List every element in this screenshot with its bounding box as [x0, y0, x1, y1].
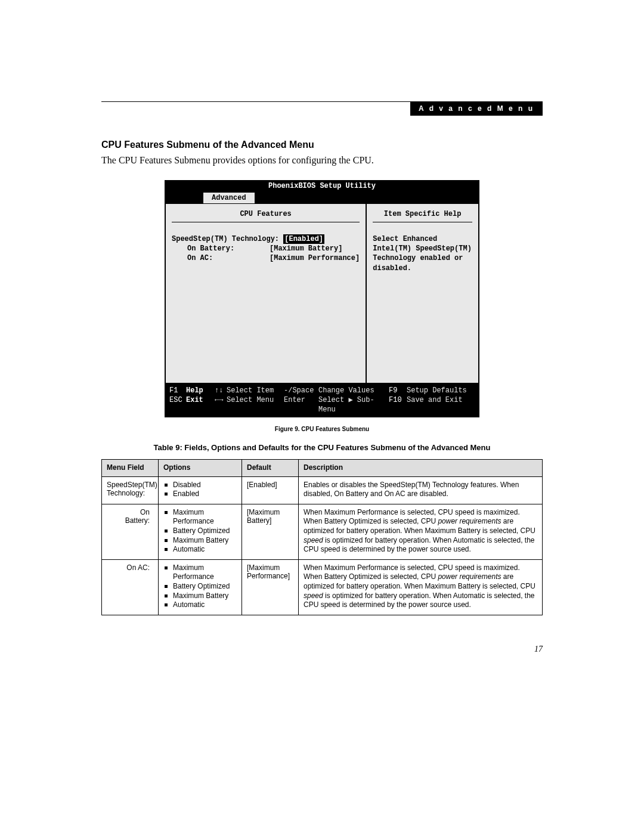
bios-action-save: Save and Exit [407, 395, 463, 414]
bios-action-select-item: Select Item [227, 386, 284, 395]
cell-menu-field: On Battery: [102, 504, 159, 559]
bios-left-panel: CPU Features SpeedStep(TM) Technology: [… [166, 204, 367, 383]
list-item: Maximum Battery [165, 592, 237, 601]
bios-action-change: Change Values [318, 386, 389, 395]
bios-key-f10: F10 [389, 395, 407, 414]
list-item: Maximum Battery [165, 536, 237, 546]
bios-help-line: Technology enabled or [373, 253, 472, 263]
bios-key-help: Help [186, 386, 215, 395]
list-item: Automatic [165, 545, 237, 555]
list-item: Disabled [165, 481, 237, 490]
options-table: Menu Field Options Default Description S… [101, 459, 543, 615]
cell-menu-field: On AC: [102, 559, 159, 615]
bios-opt-speedstep-value[interactable]: [Enabled] [283, 234, 324, 244]
cell-options: DisabledEnabled [159, 476, 242, 504]
figure-caption: Figure 9. CPU Features Submenu [101, 426, 543, 432]
bios-key-space: -/Space [284, 386, 318, 395]
bios-screenshot: PhoenixBIOS Setup Utility Advanced CPU F… [165, 180, 479, 417]
th-menu-field: Menu Field [102, 459, 159, 476]
bios-key-f9: F9 [389, 386, 407, 395]
list-item: Maximum Performance [165, 563, 237, 582]
bios-key-f1: F1 [169, 386, 186, 395]
list-item: Battery Optimized [165, 582, 237, 592]
bios-key-enter: Enter [284, 395, 318, 414]
bios-help-line: Intel(TM) SpeedStep(TM) [373, 244, 472, 253]
bios-right-title: Item Specific Help [373, 208, 472, 222]
bios-key-esc: ESC [169, 395, 186, 414]
bios-help-line: Select Enhanced [373, 234, 472, 244]
th-description: Description [299, 459, 543, 476]
bios-opt-onac-value[interactable]: [Maximum Performance] [270, 253, 360, 263]
bios-left-title: CPU Features [172, 208, 360, 222]
page-number: 17 [534, 645, 543, 654]
bios-right-panel: Item Specific Help Select Enhanced Intel… [367, 204, 478, 383]
bios-help-text: Select Enhanced Intel(TM) SpeedStep(TM) … [373, 222, 472, 273]
bios-action-submenu: Select ▶ Sub-Menu [318, 395, 389, 414]
bios-menu-bar: Advanced [165, 192, 479, 204]
table-caption: Table 9: Fields, Options and Defaults fo… [101, 443, 543, 452]
table-row: SpeedStep(TM) Technology:DisabledEnabled… [102, 476, 543, 504]
cell-description: When Maximum Performance is selected, CP… [299, 504, 543, 559]
bios-tab-advanced[interactable]: Advanced [203, 192, 255, 204]
bios-opt-onbattery-value[interactable]: [Maximum Battery] [270, 244, 342, 253]
table-row: On AC:Maximum PerformanceBattery Optimiz… [102, 559, 543, 615]
section-intro: The CPU Features Submenu provides option… [101, 155, 543, 166]
th-default: Default [242, 459, 299, 476]
cell-menu-field: SpeedStep(TM) Technology: [102, 476, 159, 504]
list-item: Automatic [165, 600, 237, 610]
bios-opt-onac-label: On AC: [187, 253, 270, 263]
breadcrumb: A d v a n c e d M e n u [410, 102, 543, 116]
cell-options: Maximum PerformanceBattery OptimizedMaxi… [159, 559, 242, 615]
arrow-leftright-icon: ←→ [215, 395, 227, 414]
table-row: On Battery:Maximum PerformanceBattery Op… [102, 504, 543, 559]
list-item: Battery Optimized [165, 527, 237, 536]
cell-default: [Enabled] [242, 476, 299, 504]
bios-footer: F1 Help ↑↓ Select Item -/Space Change Va… [165, 384, 479, 417]
cell-default: [Maximum Performance] [242, 559, 299, 615]
bios-action-select-menu: Select Menu [227, 395, 284, 414]
th-options: Options [159, 459, 242, 476]
bios-title: PhoenixBIOS Setup Utility [165, 180, 479, 192]
bios-action-defaults: Setup Defaults [407, 386, 467, 395]
cell-options: Maximum PerformanceBattery OptimizedMaxi… [159, 504, 242, 559]
bios-opt-onbattery-label: On Battery: [187, 244, 270, 253]
bios-opt-speedstep-label: SpeedStep(TM) Technology: [172, 234, 279, 244]
section-title: CPU Features Submenu of the Advanced Men… [101, 140, 543, 150]
bios-key-exit: Exit [186, 395, 215, 414]
cell-description: Enables or disables the SpeedStep(TM) Te… [299, 476, 543, 504]
list-item: Enabled [165, 490, 237, 499]
cell-default: [Maximum Battery] [242, 504, 299, 559]
bios-help-line: disabled. [373, 264, 472, 273]
cell-description: When Maximum Performance is selected, CP… [299, 559, 543, 615]
arrow-updown-icon: ↑↓ [215, 386, 227, 395]
list-item: Maximum Performance [165, 508, 237, 527]
